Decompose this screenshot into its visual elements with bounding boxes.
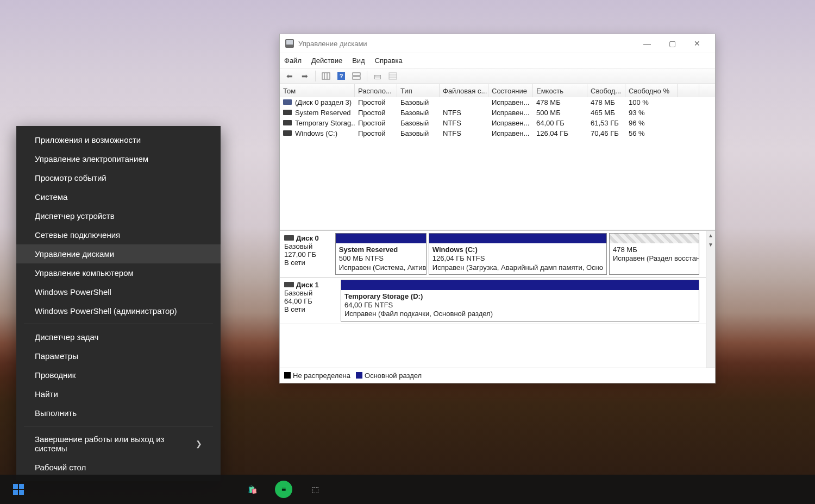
volume-icon xyxy=(283,120,292,125)
legend-primary-label: Основной раздел xyxy=(365,371,422,380)
volume-icon xyxy=(283,130,292,136)
col-capacity[interactable]: Емкость xyxy=(533,84,587,97)
toolbar: ⬅ ➡ ? 🖴 xyxy=(280,68,715,84)
table-row[interactable]: (Диск 0 раздел 3)ПростойБазовыйИсправен.… xyxy=(280,97,715,108)
disk-row: Диск 1Базовый64,00 ГБВ сетиTemporary Sto… xyxy=(280,278,706,324)
table-cell: Базовый xyxy=(397,98,440,106)
disk-drive-icon[interactable]: 🖴 xyxy=(371,70,384,82)
winx-menu-item[interactable]: Диспетчер устройств xyxy=(16,206,221,225)
partition[interactable]: 478 МБИсправен (Раздел восстан xyxy=(609,233,699,275)
taskbar-app-button[interactable]: ⬚ xyxy=(300,475,330,504)
window-titlebar[interactable]: Управление дисками — ▢ ✕ xyxy=(280,34,715,53)
winx-menu-item[interactable]: Просмотр событий xyxy=(16,168,221,187)
winx-menu-item[interactable]: Сетевые подключения xyxy=(16,225,221,244)
start-button[interactable] xyxy=(3,475,34,504)
winx-menu-item[interactable]: Выполнить xyxy=(16,404,221,423)
svg-rect-6 xyxy=(353,77,360,79)
col-volume[interactable]: Том xyxy=(280,84,355,97)
winx-menu-item[interactable]: Приложения и возможности xyxy=(16,130,221,149)
table-cell: NTFS xyxy=(440,119,488,127)
menu-item-label: Рабочий стол xyxy=(35,463,86,472)
menu-help[interactable]: Справка xyxy=(375,56,403,65)
table-cell: 478 МБ xyxy=(587,98,625,106)
winx-menu-item[interactable]: Windows PowerShell xyxy=(16,282,221,301)
close-button[interactable]: ✕ xyxy=(685,35,710,52)
winx-menu-item[interactable]: Управление дисками xyxy=(16,244,221,263)
winx-menu-item[interactable]: Рабочий стол xyxy=(16,458,221,477)
winx-menu-item[interactable]: Система xyxy=(16,187,221,206)
col-free[interactable]: Свобод... xyxy=(587,84,625,97)
legend-primary-icon xyxy=(356,372,362,379)
table-cell: Исправен... xyxy=(488,98,533,106)
menu-item-label: Проводник xyxy=(35,370,76,380)
table-row[interactable]: Temporary Storag...ПростойБазовыйNTFSИсп… xyxy=(280,118,715,128)
columns-button[interactable] xyxy=(319,70,333,82)
minimize-button[interactable]: — xyxy=(635,35,660,52)
partition-bar xyxy=(336,234,426,243)
disk-meta[interactable]: Диск 1Базовый64,00 ГБВ сети xyxy=(280,278,338,324)
menu-action[interactable]: Действие xyxy=(311,56,342,65)
winx-context-menu: Приложения и возможностиУправление элект… xyxy=(16,126,221,481)
table-cell: 64,00 ГБ xyxy=(533,119,587,127)
table-cell: Windows (C:) xyxy=(280,129,355,137)
table-cell: Простой xyxy=(355,109,397,117)
scroll-up-icon[interactable]: ▲ xyxy=(706,231,715,240)
table-cell: 478 МБ xyxy=(533,98,587,106)
winx-menu-item[interactable]: Управление компьютером xyxy=(16,263,221,282)
partition-bar xyxy=(610,234,699,243)
list-button[interactable] xyxy=(386,70,399,82)
menu-item-label: Приложения и возможности xyxy=(35,135,141,144)
winx-menu-item[interactable]: Параметры xyxy=(16,346,221,366)
table-cell: Простой xyxy=(355,98,397,106)
menu-file[interactable]: Файл xyxy=(284,56,302,65)
table-cell: Базовый xyxy=(397,109,440,117)
table-cell: 96 % xyxy=(625,119,678,127)
col-type[interactable]: Тип xyxy=(397,84,440,97)
svg-rect-0 xyxy=(322,73,330,79)
volume-table: Том Располо... Тип Файловая с... Состоян… xyxy=(280,84,715,230)
taskbar: 🛍️ ≡ ⬚ xyxy=(0,475,815,504)
maximize-button[interactable]: ▢ xyxy=(660,35,685,52)
partition-bar xyxy=(429,234,606,243)
winx-menu-item[interactable]: Проводник xyxy=(16,366,221,385)
legend: Не распределена Основной раздел xyxy=(280,368,715,383)
winx-menu-item[interactable]: Диспетчер задач xyxy=(16,327,221,346)
table-cell: 61,53 ГБ xyxy=(587,119,625,127)
col-status[interactable]: Состояние xyxy=(488,84,533,97)
menu-view[interactable]: Вид xyxy=(352,56,365,65)
partition[interactable]: System Reserved500 МБ NTFSИсправен (Сист… xyxy=(335,233,427,275)
winx-menu-item[interactable]: Управление электропитанием xyxy=(16,149,221,168)
partition[interactable]: Temporary Storage (D:)64,00 ГБ NTFSИспра… xyxy=(341,280,699,322)
taskbar-store-button[interactable]: 🛍️ xyxy=(237,475,267,504)
menu-item-label: Управление дисками xyxy=(35,249,114,259)
winx-menu-item[interactable]: Найти xyxy=(16,385,221,404)
table-cell: 465 МБ xyxy=(587,109,625,117)
menu-item-label: Завершение работы или выход из системы xyxy=(35,434,196,453)
menu-item-label: Диспетчер устройств xyxy=(35,211,115,220)
table-cell: NTFS xyxy=(440,129,488,137)
forward-button[interactable]: ➡ xyxy=(298,70,311,82)
menu-item-label: Просмотр событий xyxy=(35,173,106,182)
table-cell: NTFS xyxy=(440,109,488,117)
col-filesystem[interactable]: Файловая с... xyxy=(440,84,488,97)
menu-item-label: Система xyxy=(35,192,67,201)
back-button[interactable]: ⬅ xyxy=(283,70,296,82)
store-icon: 🛍️ xyxy=(243,481,261,498)
table-cell: 70,46 ГБ xyxy=(587,129,625,137)
disk-management-window: Управление дисками — ▢ ✕ Файл Действие В… xyxy=(279,34,716,383)
vertical-scrollbar[interactable]: ▲ ▼ xyxy=(706,231,715,368)
partition[interactable]: Windows (C:)126,04 ГБ NTFSИсправен (Загр… xyxy=(429,233,607,275)
winx-menu-item[interactable]: Завершение работы или выход из системы❯ xyxy=(16,430,221,458)
col-freepct[interactable]: Свободно % xyxy=(625,84,678,97)
scroll-down-icon[interactable]: ▼ xyxy=(706,240,715,249)
table-row[interactable]: Windows (C:)ПростойБазовыйNTFSИсправен..… xyxy=(280,128,715,138)
disk-meta[interactable]: Диск 0Базовый127,00 ГБВ сети xyxy=(280,231,333,277)
menu-item-label: Диспетчер задач xyxy=(35,332,98,342)
winx-menu-item[interactable]: Windows PowerShell (администратор) xyxy=(16,301,221,320)
help-button[interactable]: ? xyxy=(335,70,348,82)
col-layout[interactable]: Располо... xyxy=(355,84,397,97)
layout-button[interactable] xyxy=(350,70,363,82)
table-header[interactable]: Том Располо... Тип Файловая с... Состоян… xyxy=(280,84,715,97)
table-row[interactable]: System ReservedПростойБазовыйNTFSИсправе… xyxy=(280,108,715,118)
taskbar-spotify-button[interactable]: ≡ xyxy=(268,475,299,504)
